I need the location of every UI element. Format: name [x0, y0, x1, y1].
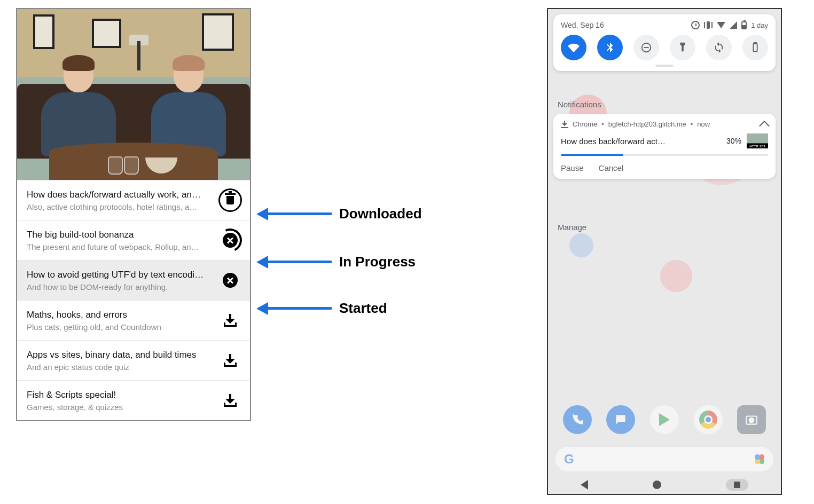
episode-subtitle: And an epic status code quiz	[27, 363, 213, 372]
download-button[interactable]	[218, 388, 242, 413]
download-icon	[224, 314, 237, 327]
svg-rect-5	[754, 43, 756, 44]
annotation-label: Downloaded	[339, 206, 422, 222]
app-phone-frame: How does back/forward actually work, an……	[16, 8, 251, 421]
episode-item[interactable]: Fish & Scripts special! Games, storage, …	[17, 380, 250, 420]
manage-notifications-button[interactable]: Manage	[558, 223, 586, 232]
status-icons: 1 day	[691, 21, 768, 29]
google-g-icon: G	[564, 452, 574, 467]
play-store-app-icon[interactable]	[650, 405, 679, 434]
arrow-icon	[256, 302, 268, 315]
cancel-icon	[223, 273, 238, 288]
download-button[interactable]	[218, 308, 242, 333]
notification-thumbnail: HTTP 203	[747, 133, 768, 148]
svg-point-0	[749, 418, 755, 423]
annotation-label: Started	[339, 300, 387, 317]
notifications-header: Notifications	[558, 100, 771, 109]
status-date: Wed, Sep 16	[561, 21, 604, 29]
home-search-bar[interactable]: G	[555, 447, 773, 471]
notification-time: now	[697, 120, 710, 128]
chevron-up-icon[interactable]	[759, 120, 770, 131]
notification-app: Chrome	[573, 120, 597, 128]
chrome-app-icon[interactable]	[694, 405, 723, 434]
delete-download-button[interactable]	[218, 188, 242, 212]
episode-list: How does back/forward actually work, an……	[17, 180, 250, 420]
episode-subtitle: Also, active clothing protocols, hotel r…	[27, 202, 213, 211]
episode-item[interactable]: How does back/forward actually work, an……	[17, 180, 250, 220]
episode-item[interactable]: Apps vs sites, binary data, and build ti…	[17, 340, 250, 380]
trash-icon	[218, 188, 242, 212]
qs-wifi-toggle[interactable]	[561, 35, 586, 60]
cancel-icon	[223, 233, 238, 248]
download-button[interactable]	[218, 348, 242, 373]
episode-title: How does back/forward actually work, an…	[27, 190, 213, 200]
episode-title: Fish & Scripts special!	[27, 390, 213, 400]
annotation-in-progress: In Progress	[256, 254, 416, 270]
svg-rect-3	[644, 47, 648, 48]
home-dock	[555, 399, 773, 440]
quick-settings-panel: Wed, Sep 16 1 day	[553, 14, 776, 71]
messages-app-icon[interactable]	[606, 405, 635, 434]
arrow-line	[268, 261, 332, 263]
wifi-icon	[717, 22, 725, 28]
arrow-line	[268, 307, 332, 310]
notification-progress-fill	[561, 154, 623, 156]
qs-bluetooth-toggle[interactable]	[597, 35, 623, 60]
svg-rect-4	[753, 44, 757, 52]
annotation-downloaded: Downloaded	[256, 206, 422, 222]
android-phone-frame: G Wed, Sep 16 1 day	[547, 8, 782, 495]
hero-thumbnail	[17, 9, 250, 180]
episode-subtitle: Plus cats, getting old, and Countdown	[27, 322, 213, 332]
arrow-icon	[256, 256, 268, 269]
notification-title: How does back/forward act…	[561, 137, 721, 146]
qs-autorotate-toggle[interactable]	[706, 35, 732, 60]
signal-icon	[730, 21, 737, 29]
assistant-icon	[754, 454, 765, 464]
arrow-icon	[256, 208, 268, 220]
download-mini-icon	[561, 121, 568, 128]
notification-progress	[561, 154, 768, 156]
episode-subtitle: And how to be DOM-ready for anything.	[27, 282, 213, 292]
download-notification[interactable]: Chrome • bgfetch-http203.glitch.me • now…	[553, 114, 776, 179]
thumbnail-caption: HTTP 203	[747, 144, 768, 148]
battery-icon	[741, 21, 747, 29]
qs-dnd-toggle[interactable]	[633, 35, 659, 60]
notification-cancel-button[interactable]: Cancel	[599, 163, 624, 172]
episode-title: The big build-tool bonanza	[27, 230, 213, 240]
nav-home-button[interactable]	[653, 481, 661, 489]
nav-recent-button[interactable]	[726, 479, 748, 491]
cancel-download-button[interactable]	[218, 268, 242, 293]
download-icon	[224, 394, 237, 407]
nav-back-button[interactable]	[581, 480, 588, 490]
annotation-started: Started	[256, 300, 387, 317]
episode-subtitle: Games, storage, & quizzes	[27, 403, 213, 412]
annotation-label: In Progress	[339, 254, 416, 270]
qs-flashlight-toggle[interactable]	[670, 35, 695, 60]
notification-pause-button[interactable]: Pause	[561, 163, 584, 172]
camera-app-icon[interactable]	[737, 405, 766, 434]
episode-item[interactable]: How to avoid getting UTF'd by text encod…	[17, 260, 250, 300]
episode-title: How to avoid getting UTF'd by text encod…	[27, 270, 213, 280]
alarm-icon	[691, 21, 700, 29]
notification-percent: 30%	[726, 137, 741, 145]
episode-item[interactable]: Maths, hooks, and errors Plus cats, gett…	[17, 300, 250, 340]
episode-title: Maths, hooks, and errors	[27, 310, 213, 320]
notification-origin: bgfetch-http203.glitch.me	[608, 120, 686, 128]
qs-battery-saver-toggle[interactable]	[742, 35, 768, 60]
shade-drag-handle[interactable]	[655, 65, 674, 67]
episode-item[interactable]: The big build-tool bonanza The present a…	[17, 220, 250, 260]
download-icon	[224, 354, 237, 367]
system-nav-bar	[548, 476, 781, 494]
battery-label: 1 day	[751, 21, 768, 29]
episode-title: Apps vs sites, binary data, and build ti…	[27, 350, 213, 360]
cancel-download-button[interactable]	[218, 228, 242, 253]
episode-subtitle: The present and future of webpack, Rollu…	[27, 242, 213, 251]
phone-app-icon[interactable]	[563, 405, 592, 434]
vibrate-icon	[704, 21, 713, 29]
arrow-line	[268, 212, 332, 215]
